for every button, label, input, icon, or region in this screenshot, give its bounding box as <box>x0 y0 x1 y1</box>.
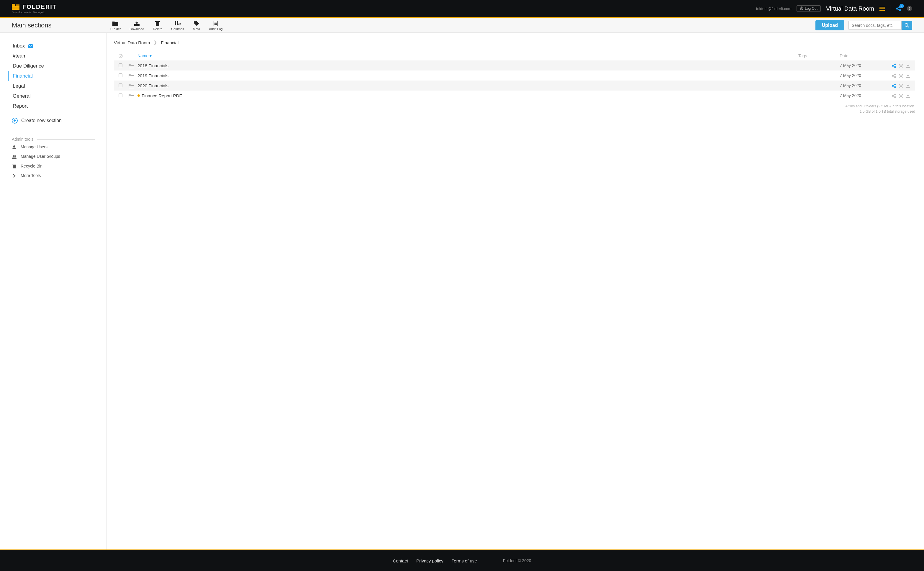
footer-copyright: Folderit © 2020 <box>503 558 532 563</box>
meta-button[interactable]: Meta <box>193 20 200 31</box>
svg-point-20 <box>905 23 908 26</box>
download-icon[interactable] <box>906 83 910 88</box>
delete-button[interactable]: Delete <box>153 20 162 31</box>
share-header-icon[interactable]: 1 <box>896 6 902 11</box>
svg-point-56 <box>892 85 893 86</box>
download-button[interactable]: Download <box>130 20 144 31</box>
sidebar-item-legal[interactable]: Legal <box>8 81 95 91</box>
create-section-label: Create new section <box>21 118 62 123</box>
download-icon[interactable] <box>906 93 910 98</box>
sidebar-item-report[interactable]: Report <box>8 101 95 111</box>
logo[interactable]: FOLDERIT Your documents. Managed. <box>12 3 57 14</box>
download-icon <box>134 20 139 26</box>
svg-line-38 <box>902 67 903 68</box>
breadcrumb-current: Financial <box>161 40 178 45</box>
svg-line-79 <box>899 94 900 95</box>
svg-point-27 <box>895 64 896 65</box>
admin-item-label: Recycle Bin <box>21 164 42 168</box>
column-tags[interactable]: Tags <box>798 53 840 58</box>
admin-item-recycle-bin[interactable]: Recycle Bin <box>12 162 95 170</box>
breadcrumb-root[interactable]: Virtual Data Room <box>114 40 150 45</box>
footer-privacy[interactable]: Privacy policy <box>416 558 443 563</box>
share-icon[interactable] <box>892 73 896 78</box>
table-row[interactable]: 2019 Financials7 May 2020 <box>114 71 915 80</box>
sidebar-item-financial[interactable]: Financial <box>8 71 95 81</box>
svg-point-15 <box>195 21 195 22</box>
logout-label: Log Out <box>805 6 817 11</box>
svg-point-70 <box>892 95 893 96</box>
admin-item-manage-users[interactable]: Manage Users <box>12 143 95 151</box>
svg-line-67 <box>899 87 900 88</box>
sidebar-item-label: Financial <box>13 73 33 79</box>
sidebar-item-team[interactable]: #team <box>8 51 95 61</box>
svg-line-59 <box>893 86 895 87</box>
svg-line-66 <box>902 87 903 88</box>
admin-tools-header: Admin tools <box>12 137 95 142</box>
admin-item-label: Manage Users <box>21 145 48 149</box>
logout-button[interactable]: ⏻ Log Out <box>797 5 821 12</box>
folder-logo-icon <box>12 4 20 10</box>
row-checkbox[interactable] <box>119 73 122 77</box>
sidebar-item-inbox[interactable]: Inbox <box>8 41 95 51</box>
share-icon[interactable] <box>892 83 896 88</box>
svg-point-24 <box>13 155 14 157</box>
row-date: 7 May 2020 <box>840 73 881 78</box>
sidebar-item-general[interactable]: General <box>8 91 95 101</box>
svg-point-14 <box>179 24 180 25</box>
columns-button[interactable]: Columns <box>171 20 184 31</box>
audit-log-button[interactable]: Audit Log <box>209 20 223 31</box>
table-row[interactable]: Finance Report.PDF7 May 2020 <box>114 91 915 100</box>
admin-item-manage-user-groups[interactable]: Manage User Groups <box>12 152 95 160</box>
svg-line-40 <box>902 64 903 65</box>
sidebar-item-label: Legal <box>13 83 25 89</box>
folder-icon <box>113 20 118 26</box>
svg-line-80 <box>902 97 903 98</box>
share-icon[interactable] <box>892 93 896 98</box>
search-input[interactable] <box>848 21 902 30</box>
logo-tagline: Your documents. Managed. <box>12 11 57 14</box>
svg-point-41 <box>895 74 896 75</box>
storage-info: 4 files and 0 folders (2.5 MB) in this l… <box>114 103 915 114</box>
svg-line-68 <box>902 84 903 85</box>
row-checkbox[interactable] <box>119 63 122 67</box>
footer-contact[interactable]: Contact <box>392 558 408 563</box>
room-title: Virtual Data Room <box>826 5 874 12</box>
svg-line-58 <box>893 85 895 86</box>
download-icon[interactable] <box>906 73 910 78</box>
sidebar: Inbox#teamDue DiligenceFinancialLegalGen… <box>0 33 107 549</box>
table-row[interactable]: 2020 Financials7 May 2020 <box>114 80 915 91</box>
share-badge: 1 <box>899 4 904 8</box>
svg-line-51 <box>899 74 900 75</box>
sidebar-item-label: Report <box>13 103 28 109</box>
gear-icon[interactable] <box>899 63 903 68</box>
footer-terms[interactable]: Terms of use <box>452 558 477 563</box>
column-name[interactable]: Name ▾ <box>138 53 798 58</box>
table-row[interactable]: 2018 Financials7 May 2020 <box>114 60 915 71</box>
share-icon[interactable] <box>892 63 896 68</box>
new-folder-button[interactable]: +Folder <box>110 20 121 31</box>
download-icon[interactable] <box>906 63 910 68</box>
create-section-button[interactable]: + Create new section <box>12 118 95 123</box>
svg-rect-1 <box>12 6 20 10</box>
help-icon[interactable]: ? <box>907 6 912 11</box>
hamburger-icon[interactable] <box>879 6 885 12</box>
sidebar-item-label: General <box>13 93 30 99</box>
select-all-checkbox[interactable] <box>119 53 123 58</box>
user-email: folderit@folderit.com <box>756 6 791 11</box>
svg-point-42 <box>892 75 893 76</box>
svg-point-46 <box>900 75 902 77</box>
row-checkbox[interactable] <box>119 83 122 87</box>
svg-rect-2 <box>15 5 20 6</box>
gear-icon[interactable] <box>899 83 903 88</box>
admin-item-more-tools[interactable]: More Tools <box>12 171 95 180</box>
svg-point-57 <box>895 87 896 88</box>
upload-button[interactable]: Upload <box>816 20 844 30</box>
sidebar-item-duediligence[interactable]: Due Diligence <box>8 61 95 71</box>
search-button[interactable] <box>902 21 912 30</box>
table-header: Name ▾ Tags Date <box>114 51 915 60</box>
gear-icon[interactable] <box>899 93 903 98</box>
gear-icon[interactable] <box>899 73 903 78</box>
row-checkbox[interactable] <box>119 94 122 97</box>
column-date[interactable]: Date <box>840 53 881 58</box>
logo-text: FOLDERIT <box>22 3 57 10</box>
